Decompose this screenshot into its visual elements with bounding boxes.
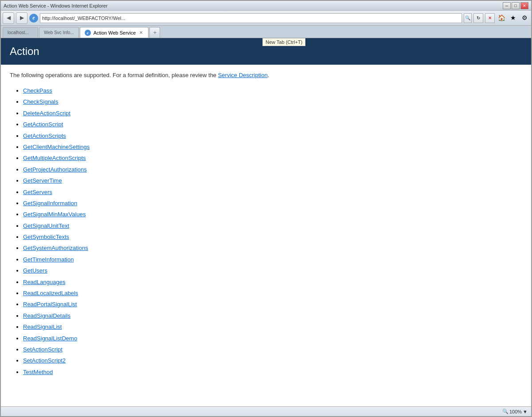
list-item: GetSignalInformation [23,198,522,208]
list-item: GetClientMachineSettings [23,142,522,152]
list-item: ReadSignalListDemo [23,333,522,343]
description-before: The following operations are supported. … [10,72,218,78]
operation-link[interactable]: ReadSignalList [23,323,62,330]
navigation-bar: ◀ ▶ e http://localhost/_WEBFACTORY/Wel..… [1,11,531,26]
operation-link[interactable]: ReadPortalSignalList [23,301,77,308]
browser-window: Action Web Service - Windows Internet Ex… [0,0,532,417]
list-item: DeleteActionScript [23,108,522,118]
status-bar: 🔍 100% ▼ [1,406,531,416]
operation-link[interactable]: SetActionScript [23,346,63,353]
list-item: GetSymbolicTexts [23,232,522,242]
home-button[interactable]: 🏠 [497,13,506,23]
operation-link[interactable]: GetActionScripts [23,133,66,139]
list-item: GetSignalMinMaxValues [23,209,522,219]
tab-2-label: Web Svc Info... [44,30,74,35]
tab-1-label: localhost... [8,30,29,35]
list-item: GetMultipleActionScripts [23,153,522,163]
tab-bar: localhost... Web Svc Info... e Action We… [1,26,531,38]
list-item: GetServerTime [23,175,522,186]
page-content[interactable]: Action The following operations are supp… [1,38,531,406]
close-button[interactable]: ✕ [520,2,528,9]
list-item: ReadSignalDetails [23,311,522,321]
operations-list: CheckPassCheckSignalsDeleteActionScriptG… [10,86,522,377]
operation-link[interactable]: GetSignalUnitText [23,222,69,229]
maximize-button[interactable]: □ [512,2,520,9]
operation-link[interactable]: GetSignalMinMaxValues [23,211,86,218]
list-item: TestMethod [23,367,522,377]
list-item: ReadSignalList [23,322,522,332]
list-item: ReadPortalSignalList [23,299,522,309]
tab-active-icon: e [85,30,91,36]
minimize-button[interactable]: ─ [503,2,511,9]
content-area: Action The following operations are supp… [1,38,531,406]
operation-link[interactable]: GetProjectAuthorizations [23,166,87,173]
nav-icons-right: 🏠 ★ ⚙ [497,13,529,23]
operation-link[interactable]: GetMultipleActionScripts [23,155,86,161]
list-item: CheckSignals [23,97,522,107]
operation-link[interactable]: GetSystemAuthorizations [23,245,88,251]
tools-button[interactable]: ⚙ [520,13,529,23]
operation-link[interactable]: DeleteActionScript [23,110,70,117]
operation-link[interactable]: ReadLanguages [23,279,65,285]
tab-1[interactable]: localhost... [3,27,38,38]
search-button[interactable]: 🔍 [464,13,472,23]
page-title: Action [10,45,522,58]
browser-icon: e [29,14,38,23]
operation-link[interactable]: GetTimeInformation [23,256,74,263]
operation-link[interactable]: GetServerTime [23,177,62,184]
operation-link[interactable]: TestMethod [23,369,53,375]
forward-icon: ▶ [20,15,24,21]
list-item: GetSignalUnitText [23,221,522,231]
refresh-button[interactable]: ↻ [473,13,483,23]
address-text: http://localhost/_WEBFACTORY/Wel... [42,16,125,21]
address-bar-container: e http://localhost/_WEBFACTORY/Wel... 🔍 … [29,13,495,23]
list-item: GetSystemAuthorizations [23,243,522,253]
list-item: GetActionScripts [23,131,522,141]
list-item: GetActionScript [23,119,522,129]
list-item: GetServers [23,187,522,197]
tab-active[interactable]: e Action Web Service ✕ [80,27,149,38]
new-tab-icon: + [153,29,156,36]
operation-link[interactable]: ReadSignalDetails [23,312,70,319]
tab-active-label: Action Web Service [94,30,136,35]
back-button[interactable]: ◀ [3,12,14,24]
new-tab-button[interactable]: + [149,27,160,38]
list-item: GetProjectAuthorizations [23,164,522,175]
zoom-control[interactable]: 🔍 100% ▼ [502,409,528,414]
title-bar: Action Web Service - Windows Internet Ex… [1,1,531,11]
stop-button[interactable]: ✕ [485,13,495,23]
list-item: SetActionScript [23,344,522,355]
window-title: Action Web Service - Windows Internet Ex… [4,3,108,8]
list-item: GetTimeInformation [23,254,522,265]
list-item: GetUsers [23,265,522,276]
zoom-icon: 🔍 [502,409,509,414]
operation-link[interactable]: CheckPass [23,87,52,94]
operation-link[interactable]: GetSignalInformation [23,200,77,207]
list-item: ReadLocalizedLabels [23,288,522,298]
new-tab-tooltip: New Tab (Ctrl+T) [262,38,305,46]
list-item: ReadLanguages [23,277,522,287]
favorites-button[interactable]: ★ [508,13,518,23]
back-icon: ◀ [7,15,11,21]
description-paragraph: The following operations are supported. … [10,72,522,78]
tab-close-button[interactable]: ✕ [138,30,144,35]
operation-link[interactable]: GetSymbolicTexts [23,234,69,240]
service-description-link[interactable]: Service Description [218,72,268,78]
operation-link[interactable]: GetUsers [23,267,47,274]
window-controls: ─ □ ✕ [503,2,528,9]
operation-link[interactable]: SetActionScript2 [23,357,66,364]
operation-link[interactable]: GetServers [23,189,52,195]
operation-link[interactable]: GetActionScript [23,121,63,128]
address-bar[interactable]: http://localhost/_WEBFACTORY/Wel... [40,13,462,23]
page-body: The following operations are supported. … [1,65,531,385]
operation-link[interactable]: GetClientMachineSettings [23,144,90,150]
zoom-dropdown-icon: ▼ [523,409,528,414]
list-item: CheckPass [23,86,522,96]
forward-button[interactable]: ▶ [16,12,27,24]
operation-link[interactable]: CheckSignals [23,98,59,105]
operation-link[interactable]: ReadSignalListDemo [23,335,77,342]
tab-2[interactable]: Web Svc Info... [39,27,79,38]
zoom-level: 100% [509,409,522,414]
operation-link[interactable]: ReadLocalizedLabels [23,290,78,296]
status-right: 🔍 100% ▼ [502,409,528,414]
